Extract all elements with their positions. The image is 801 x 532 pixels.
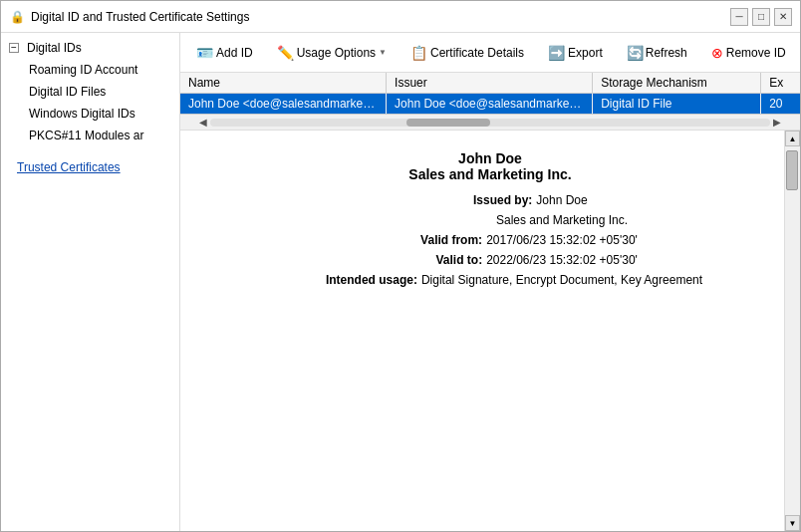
scroll-right-btn[interactable]: ▶: [770, 117, 784, 128]
content-area: − Digital IDs Roaming ID Account Digital…: [1, 33, 800, 531]
remove-id-button[interactable]: ⊗ Remove ID: [703, 41, 794, 65]
close-button[interactable]: ✕: [774, 8, 792, 26]
detail-issued-by-org: Sales and Marketing Inc.: [496, 213, 628, 227]
usage-options-arrow: ▼: [379, 48, 387, 57]
detail-valid-to-row: Valid to: 2022/06/23 15:32:02 +05'30': [343, 253, 638, 267]
sidebar: − Digital IDs Roaming ID Account Digital…: [1, 33, 180, 531]
add-id-button[interactable]: 🪪 Add ID: [188, 41, 261, 65]
detail-intended-usage-value: Digital Signature, Encrypt Document, Key…: [421, 273, 702, 287]
detail-valid-from-row: Valid from: 2017/06/23 15:32:02 +05'30': [343, 233, 638, 247]
detail-issued-by-org-row: Sales and Marketing Inc.: [353, 213, 628, 227]
col-name: Name: [180, 73, 387, 93]
cell-ex: 20: [761, 94, 800, 114]
certificate-details-button[interactable]: 📋 Certificate Details: [402, 41, 532, 65]
scroll-left-btn[interactable]: ◀: [196, 117, 210, 128]
sidebar-item-pkcs11-label: PKCS#11 Modules ar: [29, 129, 143, 142]
usage-options-button[interactable]: ✏️ Usage Options ▼: [269, 41, 395, 65]
maximize-button[interactable]: □: [752, 8, 770, 26]
detail-issued-by-label: Issued by:: [393, 193, 532, 207]
detail-valid-to-value: 2022/06/23 15:32:02 +05'30': [486, 253, 638, 267]
vscroll-track[interactable]: [785, 146, 800, 515]
cell-name: John Doe <doe@salesandmarketin...: [180, 94, 387, 114]
sidebar-item-roaming-id[interactable]: Roaming ID Account: [1, 59, 179, 81]
detail-valid-to-label: Valid to:: [343, 253, 482, 267]
export-label: Export: [568, 46, 603, 60]
table-row[interactable]: John Doe <doe@salesandmarketin... John D…: [180, 94, 800, 114]
remove-id-label: Remove ID: [726, 46, 786, 60]
add-id-icon: 🪪: [196, 45, 213, 61]
sidebar-item-windows-digital-ids[interactable]: Windows Digital IDs: [1, 103, 179, 125]
main-window: 🔒 Digital ID and Trusted Certificate Set…: [0, 0, 801, 532]
usage-options-icon: ✏️: [277, 45, 294, 61]
vscroll-down-btn[interactable]: ▼: [785, 515, 800, 531]
col-ex: Ex: [761, 73, 800, 93]
sidebar-item-pkcs11[interactable]: PKCS#11 Modules ar: [1, 125, 179, 146]
vscroll-up-btn[interactable]: ▲: [785, 131, 800, 146]
export-icon: ➡️: [548, 45, 565, 61]
detail-name: John Doe: [458, 150, 522, 166]
refresh-button[interactable]: 🔄 Refresh: [619, 41, 695, 65]
col-storage: Storage Mechanism: [593, 73, 761, 93]
detail-org: Sales and Marketing Inc.: [408, 166, 571, 182]
collapse-icon: −: [9, 43, 19, 53]
window-icon: 🔒: [9, 9, 25, 25]
sidebar-group-label: Digital IDs: [27, 41, 82, 55]
detail-valid-from-value: 2017/06/23 15:32:02 +05'30': [486, 233, 638, 247]
window-controls: ─ □ ✕: [730, 8, 792, 26]
refresh-label: Refresh: [646, 46, 687, 60]
scroll-track[interactable]: [210, 119, 770, 127]
remove-id-icon: ⊗: [711, 45, 723, 61]
sidebar-item-windows-label: Windows Digital IDs: [29, 107, 135, 121]
v-scrollbar[interactable]: ▲ ▼: [784, 131, 800, 531]
refresh-icon: 🔄: [627, 45, 643, 61]
main-area: 🪪 Add ID ✏️ Usage Options ▼ 📋 Certificat…: [180, 33, 800, 531]
col-issuer: Issuer: [387, 73, 593, 93]
sidebar-item-trusted-certs[interactable]: Trusted Certificates: [1, 154, 179, 178]
table-header: Name Issuer Storage Mechanism Ex: [180, 73, 800, 94]
cell-issuer: John Doe <doe@salesandmarketi...: [387, 94, 593, 114]
sidebar-item-roaming-label: Roaming ID Account: [29, 63, 137, 77]
h-scrollbar[interactable]: ◀ ▶: [180, 114, 800, 130]
detail-panel: John Doe Sales and Marketing Inc. Issued…: [180, 131, 800, 531]
toolbar: 🪪 Add ID ✏️ Usage Options ▼ 📋 Certificat…: [180, 33, 800, 73]
detail-intended-usage-label: Intended usage:: [278, 273, 417, 287]
export-button[interactable]: ➡️ Export: [540, 41, 611, 65]
title-bar: 🔒 Digital ID and Trusted Certificate Set…: [1, 1, 800, 33]
usage-options-label: Usage Options: [297, 46, 376, 60]
cert-details-label: Certificate Details: [430, 46, 524, 60]
scroll-thumb[interactable]: [406, 119, 490, 127]
cell-storage: Digital ID File: [593, 94, 761, 114]
add-id-label: Add ID: [216, 46, 253, 60]
sidebar-item-digital-id-files[interactable]: Digital ID Files: [1, 81, 179, 103]
detail-issued-by-value: John Doe: [536, 193, 587, 207]
detail-valid-from-label: Valid from:: [343, 233, 482, 247]
detail-issued-by-row: Issued by: John Doe: [393, 193, 587, 207]
detail-intended-usage-row: Intended usage: Digital Signature, Encry…: [278, 273, 702, 287]
cert-details-icon: 📋: [410, 45, 427, 61]
id-table: Name Issuer Storage Mechanism Ex John Do…: [180, 73, 800, 131]
detail-issued-by-org-spacer: [353, 213, 492, 227]
sidebar-group-digital-ids[interactable]: − Digital IDs: [1, 37, 179, 59]
window-title: Digital ID and Trusted Certificate Setti…: [31, 10, 730, 24]
sidebar-item-files-label: Digital ID Files: [29, 85, 106, 99]
minimize-button[interactable]: ─: [730, 8, 748, 26]
vscroll-thumb[interactable]: [786, 150, 798, 190]
